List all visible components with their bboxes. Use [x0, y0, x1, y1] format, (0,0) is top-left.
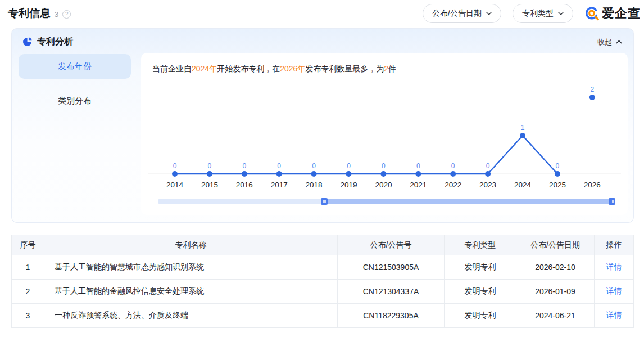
patent-table: 序号 专利名称 公布/公告号 专利类型 公布/公告日期 操作 1 基于人工智能的…	[11, 235, 634, 328]
brand-name: 爱企查	[602, 5, 641, 22]
svg-text:2025: 2025	[549, 181, 566, 189]
col-index: 序号	[12, 235, 44, 255]
svg-text:2026: 2026	[584, 181, 601, 189]
svg-text:0: 0	[312, 162, 316, 170]
svg-text:2022: 2022	[445, 181, 461, 189]
collapse-button[interactable]: 收起	[597, 37, 622, 47]
chart-range-scrollbar[interactable]	[158, 199, 614, 204]
pub-date: 2026-01-09	[516, 280, 595, 304]
patent-type: 发明专利	[445, 280, 516, 304]
scrollbar-handle-right[interactable]	[609, 198, 615, 205]
pub-date: 2026-02-10	[516, 255, 595, 280]
summary-peak-count: 2	[384, 64, 388, 73]
svg-text:2021: 2021	[410, 181, 427, 189]
svg-text:0: 0	[347, 162, 351, 170]
scrollbar-handle-left[interactable]	[321, 198, 328, 205]
pub-number: CN121503905A	[338, 255, 445, 280]
chart-panel: 当前企业自2024年开始发布专利，在2026年发布专利数量最多，为2件 0201…	[141, 53, 628, 215]
filter-publish-date-label: 公布/公告日期	[432, 8, 482, 19]
svg-text:2018: 2018	[306, 181, 323, 189]
patent-type: 发明专利	[445, 304, 516, 328]
svg-text:1: 1	[521, 124, 525, 132]
analysis-tabs: 发布年份 类别分布	[19, 53, 131, 215]
summary-text: 件	[388, 64, 396, 73]
filter-publish-date[interactable]: 公布/公告日期	[423, 4, 501, 23]
svg-text:2: 2	[590, 86, 594, 93]
patent-type: 发明专利	[445, 255, 516, 280]
chevron-up-icon	[616, 40, 622, 44]
aiqicha-logo: 爱企查	[584, 5, 642, 22]
aiqicha-logo-icon	[584, 6, 600, 21]
svg-text:2017: 2017	[271, 181, 288, 189]
patent-year-line-chart: 0201402015020160201702018020190202002021…	[141, 75, 628, 194]
table-header-row: 序号 专利名称 公布/公告号 专利类型 公布/公告日期 操作	[12, 235, 633, 255]
svg-text:0: 0	[277, 162, 281, 170]
tab-category-distribution[interactable]: 类别分布	[19, 88, 131, 113]
svg-text:0: 0	[451, 162, 455, 170]
svg-text:0: 0	[242, 162, 246, 170]
chevron-down-icon	[558, 12, 564, 15]
col-patent-name: 专利名称	[44, 235, 338, 255]
svg-text:2015: 2015	[201, 181, 218, 189]
page-title: 专利信息	[8, 6, 51, 21]
svg-text:2014: 2014	[166, 181, 184, 189]
analysis-title: 专利分析	[37, 36, 73, 48]
filter-patent-type-label: 专利类型	[522, 8, 554, 19]
pub-number: CN118229305A	[338, 304, 445, 328]
svg-text:0: 0	[382, 162, 386, 170]
svg-text:2023: 2023	[479, 181, 496, 189]
detail-link[interactable]: 详情	[606, 310, 622, 321]
table-row: 2 基于人工智能的金融风控信息安全处理系统 CN121304337A 发明专利 …	[12, 280, 633, 304]
svg-text:2020: 2020	[375, 181, 392, 189]
chart-summary: 当前企业自2024年开始发布专利，在2026年发布专利数量最多，为2件	[141, 63, 628, 74]
summary-text: 开始发布专利，在	[217, 64, 280, 73]
summary-peak-year: 2026年	[280, 64, 305, 73]
svg-text:0: 0	[556, 162, 560, 170]
svg-text:2016: 2016	[236, 181, 253, 189]
svg-text:0: 0	[208, 162, 212, 170]
summary-text: 发布专利数量最多，为	[305, 64, 384, 73]
col-pub-date: 公布/公告日期	[516, 235, 595, 255]
patent-name: 一种反诈预警系统、方法、介质及终端	[44, 304, 338, 328]
detail-link[interactable]: 详情	[606, 286, 622, 296]
table-row: 1 基于人工智能的智慧城市态势感知识别系统 CN121503905A 发明专利 …	[12, 255, 633, 280]
table-row: 3 一种反诈预警系统、方法、介质及终端 CN118229305A 发明专利 20…	[12, 304, 633, 328]
svg-text:2024: 2024	[514, 181, 532, 189]
help-icon[interactable]: ?	[62, 10, 71, 19]
tab-publish-year[interactable]: 发布年份	[19, 54, 131, 79]
chevron-down-icon	[486, 12, 492, 15]
col-pub-number: 公布/公告号	[338, 235, 445, 255]
filter-patent-type[interactable]: 专利类型	[513, 4, 573, 23]
svg-text:0: 0	[173, 162, 177, 170]
svg-text:0: 0	[416, 162, 420, 170]
col-patent-type: 专利类型	[445, 235, 516, 255]
detail-link[interactable]: 详情	[606, 262, 622, 272]
row-index: 1	[12, 255, 44, 280]
pie-chart-icon	[23, 37, 33, 47]
col-action: 操作	[595, 235, 633, 255]
summary-text: 当前企业自	[152, 64, 192, 73]
svg-text:0: 0	[486, 162, 490, 170]
collapse-label: 收起	[597, 37, 612, 47]
page-header: 专利信息 3 ? 公布/公告日期 专利类型 爱企查	[0, 0, 644, 26]
row-index: 2	[12, 280, 44, 304]
summary-start-year: 2024年	[192, 64, 217, 73]
pub-date: 2024-06-21	[516, 304, 595, 328]
patent-analysis-card: 专利分析 收起 发布年份 类别分布 当前企业自2024年开始发布专利，在2026…	[11, 28, 634, 223]
row-index: 3	[12, 304, 44, 328]
patent-count: 3	[55, 10, 58, 19]
patent-name: 基于人工智能的智慧城市态势感知识别系统	[44, 255, 338, 280]
patent-name: 基于人工智能的金融风控信息安全处理系统	[44, 280, 338, 304]
scrollbar-selected-range[interactable]	[324, 199, 614, 204]
pub-number: CN121304337A	[338, 280, 445, 304]
svg-text:2019: 2019	[340, 181, 357, 189]
